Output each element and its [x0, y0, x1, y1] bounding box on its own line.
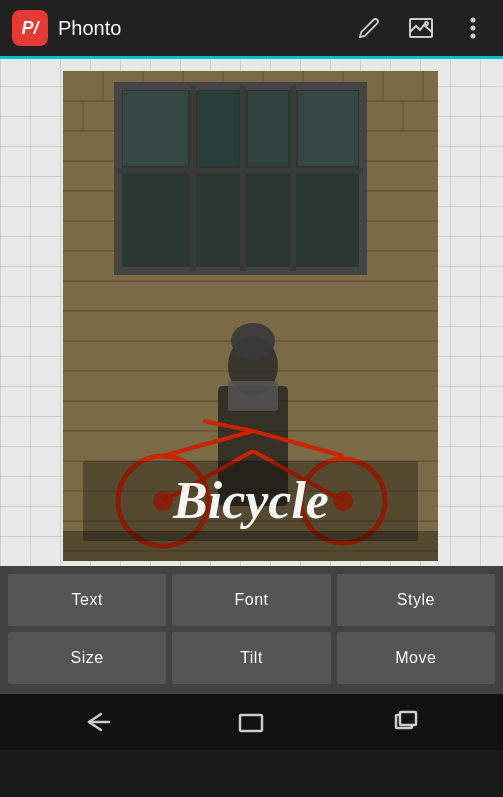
- svg-point-2: [471, 18, 476, 23]
- svg-rect-67: [240, 715, 262, 731]
- svg-text:Bicycle: Bicycle: [172, 472, 329, 529]
- svg-rect-53: [228, 381, 278, 411]
- pencil-button[interactable]: [351, 10, 387, 46]
- photo-background: Bicycle: [63, 71, 438, 561]
- app-bar: P/ Phonto: [0, 0, 503, 56]
- svg-rect-47: [198, 91, 238, 166]
- gallery-button[interactable]: [403, 10, 439, 46]
- bottom-toolbar: Text Font Style Size Tilt Move: [0, 566, 503, 694]
- app-icon-text: P/: [21, 18, 38, 39]
- tilt-button[interactable]: Tilt: [172, 632, 330, 684]
- more-options-button[interactable]: [455, 10, 491, 46]
- svg-rect-48: [248, 91, 288, 166]
- font-button[interactable]: Font: [172, 574, 330, 626]
- svg-rect-69: [400, 712, 416, 725]
- svg-point-51: [231, 323, 275, 359]
- svg-point-4: [471, 34, 476, 39]
- canvas-area[interactable]: Bicycle: [0, 56, 503, 566]
- svg-point-3: [471, 26, 476, 31]
- toolbar-row-1: Text Font Style: [8, 574, 495, 626]
- svg-rect-49: [298, 91, 358, 166]
- home-button[interactable]: [226, 702, 276, 742]
- photo-container: Bicycle: [63, 71, 438, 561]
- text-button[interactable]: Text: [8, 574, 166, 626]
- svg-rect-46: [123, 91, 188, 166]
- style-button[interactable]: Style: [337, 574, 495, 626]
- back-button[interactable]: [72, 702, 122, 742]
- recents-button[interactable]: [381, 702, 431, 742]
- app-title: Phonto: [58, 17, 351, 40]
- move-button[interactable]: Move: [337, 632, 495, 684]
- app-icon: P/: [12, 10, 48, 46]
- toolbar-icons: [351, 10, 491, 46]
- svg-point-1: [425, 22, 428, 25]
- nav-bar: [0, 694, 503, 750]
- size-button[interactable]: Size: [8, 632, 166, 684]
- toolbar-row-2: Size Tilt Move: [8, 632, 495, 684]
